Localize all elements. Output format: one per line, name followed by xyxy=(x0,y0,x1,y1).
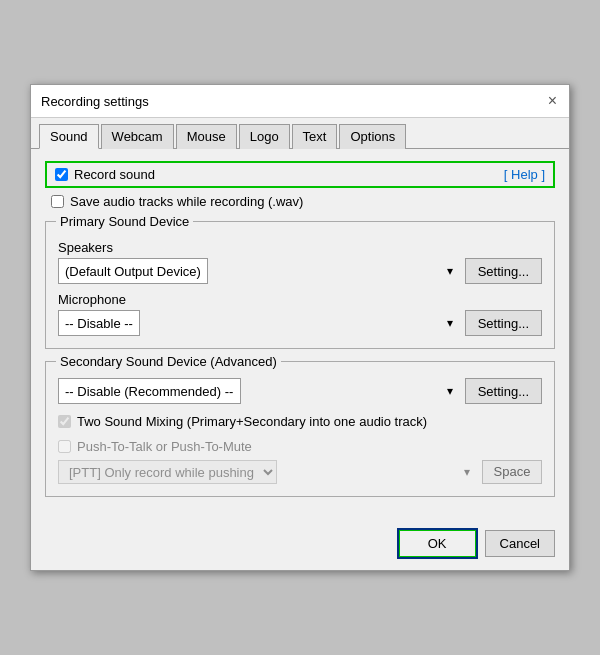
tab-webcam[interactable]: Webcam xyxy=(101,124,174,149)
save-audio-label: Save audio tracks while recording (.wav) xyxy=(70,194,303,209)
dialog: Recording settings × Sound Webcam Mouse … xyxy=(30,84,570,571)
save-audio-checkbox[interactable] xyxy=(51,195,64,208)
record-sound-text: Record sound xyxy=(74,167,155,182)
record-sound-label: Record sound xyxy=(55,167,155,182)
tab-text[interactable]: Text xyxy=(292,124,338,149)
secondary-setting-button[interactable]: Setting... xyxy=(465,378,542,404)
tabs-bar: Sound Webcam Mouse Logo Text Options xyxy=(31,118,569,149)
primary-sound-device-group: Primary Sound Device Speakers (Default O… xyxy=(45,221,555,349)
microphone-setting-button[interactable]: Setting... xyxy=(465,310,542,336)
tab-options[interactable]: Options xyxy=(339,124,406,149)
record-sound-checkbox[interactable] xyxy=(55,168,68,181)
two-sound-checkbox[interactable] xyxy=(58,415,71,428)
tab-content: Record sound [ Help ] Save audio tracks … xyxy=(31,149,569,521)
secondary-group-label: Secondary Sound Device (Advanced) xyxy=(56,354,281,369)
ptt-select-wrapper: [PTT] Only record while pushing xyxy=(58,460,476,484)
title-bar: Recording settings × xyxy=(31,85,569,118)
secondary-row: -- Disable (Recommended) -- Setting... xyxy=(58,378,542,404)
close-button[interactable]: × xyxy=(546,93,559,109)
speakers-label: Speakers xyxy=(58,240,542,255)
help-link[interactable]: [ Help ] xyxy=(504,167,545,182)
record-sound-row: Record sound [ Help ] xyxy=(45,161,555,188)
microphone-row: -- Disable -- Setting... xyxy=(58,310,542,336)
speakers-select[interactable]: (Default Output Device) xyxy=(58,258,208,284)
cancel-button[interactable]: Cancel xyxy=(485,530,555,557)
dialog-title: Recording settings xyxy=(41,94,149,109)
microphone-label: Microphone xyxy=(58,292,542,307)
microphone-select[interactable]: -- Disable -- xyxy=(58,310,140,336)
speakers-select-wrapper: (Default Output Device) xyxy=(58,258,459,284)
speakers-setting-button[interactable]: Setting... xyxy=(465,258,542,284)
dialog-footer: OK Cancel xyxy=(31,521,569,570)
tab-sound[interactable]: Sound xyxy=(39,124,99,149)
speakers-row: (Default Output Device) Setting... xyxy=(58,258,542,284)
two-sound-row: Two Sound Mixing (Primary+Secondary into… xyxy=(58,414,542,429)
secondary-select[interactable]: -- Disable (Recommended) -- xyxy=(58,378,241,404)
two-sound-label: Two Sound Mixing (Primary+Secondary into… xyxy=(77,414,427,429)
push-to-talk-label: Push-To-Talk or Push-To-Mute xyxy=(77,439,252,454)
save-audio-row: Save audio tracks while recording (.wav) xyxy=(51,194,555,209)
secondary-select-wrapper: -- Disable (Recommended) -- xyxy=(58,378,459,404)
ptt-row: [PTT] Only record while pushing Space xyxy=(58,460,542,484)
ok-button[interactable]: OK xyxy=(398,529,477,558)
ptt-key-value: Space xyxy=(482,460,542,484)
push-to-talk-checkbox[interactable] xyxy=(58,440,71,453)
microphone-select-wrapper: -- Disable -- xyxy=(58,310,459,336)
tab-mouse[interactable]: Mouse xyxy=(176,124,237,149)
tab-logo[interactable]: Logo xyxy=(239,124,290,149)
secondary-sound-device-group: Secondary Sound Device (Advanced) -- Dis… xyxy=(45,361,555,497)
primary-group-label: Primary Sound Device xyxy=(56,214,193,229)
ptt-select[interactable]: [PTT] Only record while pushing xyxy=(58,460,277,484)
push-to-talk-row: Push-To-Talk or Push-To-Mute xyxy=(58,439,542,454)
